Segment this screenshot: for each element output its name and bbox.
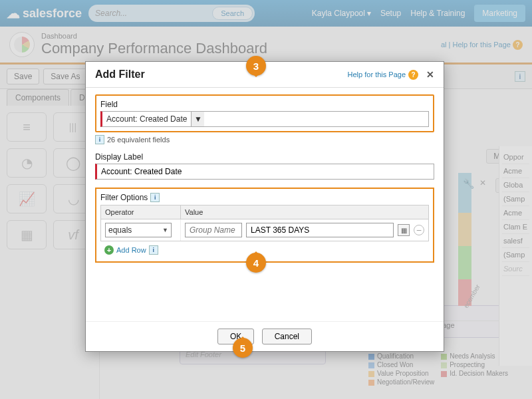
add-filter-modal: Add Filter Help for this Page ? ✕ Field … [85, 61, 444, 352]
help-icon: ? [408, 70, 418, 80]
chevron-down-icon: ▼ [162, 227, 168, 233]
filter-options-highlight: Filter Options i Operator Value equals▼ [95, 188, 434, 263]
field-section-highlight: Field Account: Created Date ▼ [95, 94, 434, 132]
modal-title: Add Filter [95, 68, 145, 80]
close-icon[interactable]: ✕ [426, 69, 434, 80]
operator-select[interactable]: equals▼ [105, 223, 172, 237]
callout-3: 3 [246, 56, 266, 76]
group-name-input[interactable] [185, 223, 242, 237]
chevron-down-icon: ▼ [191, 112, 204, 126]
display-label: Display Label [95, 152, 434, 162]
modal-help-link[interactable]: Help for this Page [348, 70, 406, 78]
calendar-icon[interactable]: ▦ [398, 224, 410, 236]
info-icon[interactable]: i [95, 135, 104, 144]
cancel-button[interactable]: Cancel [262, 329, 312, 344]
modal-footer: OK Cancel [86, 321, 444, 351]
value-header: Value [181, 205, 428, 219]
equivalent-fields: i 26 equivalent fields [95, 135, 434, 144]
filter-options-label: Filter Options i [100, 193, 429, 202]
field-label: Field [100, 100, 429, 109]
callout-5: 5 [233, 338, 253, 358]
value-input[interactable] [246, 223, 394, 237]
operator-header: Operator [101, 205, 181, 219]
info-icon[interactable]: i [149, 245, 158, 255]
display-label-input[interactable] [95, 164, 434, 180]
filter-grid: Operator Value equals▼ ▦ [100, 205, 429, 241]
remove-row-icon[interactable]: – [414, 225, 424, 235]
add-row-link[interactable]: + Add Row i [100, 241, 429, 255]
plus-icon: + [104, 245, 114, 255]
info-icon[interactable]: i [150, 193, 160, 202]
field-select[interactable]: Account: Created Date ▼ [100, 111, 429, 127]
callout-4: 4 [246, 253, 266, 273]
